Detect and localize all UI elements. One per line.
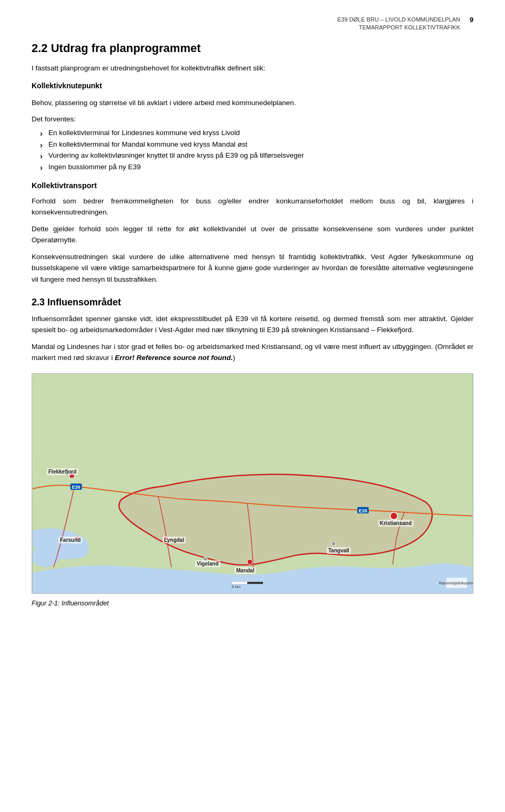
para2-end: ) — [233, 354, 236, 362]
kollektivtransport-text: Forhold som bedrer fremkommeligheten for… — [32, 196, 473, 218]
svg-point-16 — [331, 542, 336, 546]
svg-point-17 — [390, 512, 398, 520]
svg-text:E39: E39 — [359, 508, 367, 513]
para2-start: Mandal og Lindesnes har i stor grad et f… — [32, 343, 473, 362]
svg-point-15 — [247, 559, 252, 564]
map-label-farsund: Farsund — [58, 537, 82, 543]
section-2-2-heading: 2.2 Utdrag fra planprogrammet — [32, 42, 473, 55]
error-ref: Error! Reference source not found. — [115, 354, 233, 362]
kollektivknutepunkt-label: Kollektivknutepunkt — [32, 80, 473, 91]
influensomradet-para1: Influensområdet spenner ganske vidt, ide… — [32, 313, 473, 336]
header-right: E39 DØLE BRU – LIVOLD KOMMUNDELPLAN TEMA… — [337, 16, 473, 32]
bullet-list: En kollektivterminal for Lindesnes kommu… — [32, 127, 473, 172]
header-title-line1: E39 DØLE BRU – LIVOLD KOMMUNDELPLAN — [337, 16, 460, 24]
map-svg: E39 E39 5 km Rammefjell/Audred — [32, 374, 473, 593]
list-item: Ingen busslommer på ny E39 — [40, 161, 473, 173]
influensomradet-para2: Mandal og Lindesnes har i stor grad et f… — [32, 341, 473, 364]
map-label-flekkefjord: Flekkefjord — [47, 468, 78, 475]
list-item: En kollektivterminal for Mandal kommune … — [40, 139, 473, 150]
page-number: 9 — [470, 16, 473, 24]
map-label-lyngdal: Lyngdal — [163, 537, 186, 543]
figure-caption: Figur 2-1: Influensområdet — [32, 598, 473, 609]
svg-rect-7 — [231, 582, 247, 584]
map-label-tangvall: Tangvall — [327, 547, 351, 554]
section-2-3-heading: 2.3 Influensområdet — [32, 297, 473, 308]
map-label-kristiansand: Kristiansand — [378, 520, 413, 527]
map-placeholder: E39 E39 5 km Rammefjell/Audred — [32, 374, 473, 593]
konsekvensutredningen-text: Konsekvensutredningen skal vurdere de ul… — [32, 251, 473, 285]
list-item: En kollektivterminal for Lindesnes kommu… — [40, 127, 473, 139]
kollektivknutepunkt-text: Behov, plassering og størrelse vil bli a… — [32, 97, 473, 109]
list-item: Vurdering av kollektivløsninger knyttet … — [40, 150, 473, 161]
map-label-vigeland: Vigeland — [195, 560, 220, 567]
svg-text:E39: E39 — [72, 485, 80, 490]
header-title-line2: TEMARAPPORT KOLLEKTIVTRAFIKK — [337, 24, 460, 32]
kollektivtransport-heading: Kollektivtransport — [32, 180, 473, 192]
map-label-mandal: Mandal — [235, 567, 256, 574]
svg-text:5 km: 5 km — [231, 584, 241, 589]
dette-gjelder-text: Dette gjelder forhold som legger til ret… — [32, 223, 473, 246]
page-header: E39 DØLE BRU – LIVOLD KOMMUNDELPLAN TEMA… — [32, 16, 473, 32]
section-2-2-intro: I fastsatt planprogram er utredningsbeho… — [32, 63, 473, 74]
map-container: E39 E39 5 km Rammefjell/Audred — [32, 373, 473, 594]
svg-text:Rammefjell/Audred: Rammefjell/Audred — [439, 581, 473, 585]
det-forventes-label: Det forventes: — [32, 114, 473, 125]
header-text: E39 DØLE BRU – LIVOLD KOMMUNDELPLAN TEMA… — [337, 16, 460, 32]
page: E39 DØLE BRU – LIVOLD KOMMUNDELPLAN TEMA… — [0, 0, 505, 812]
